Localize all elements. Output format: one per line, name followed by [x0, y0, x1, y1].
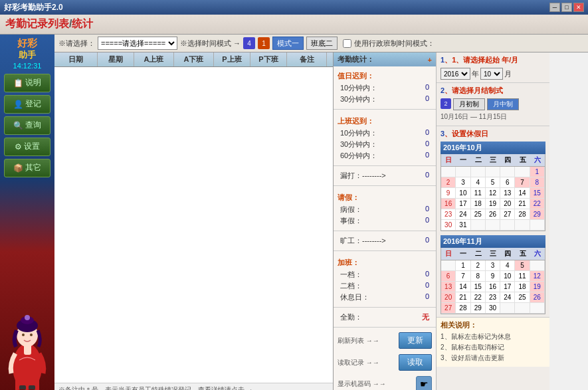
calendar-cell[interactable]: 13 — [441, 282, 456, 292]
calendar-cell[interactable]: 12 — [530, 271, 545, 282]
calendar-cell[interactable]: 4 — [471, 177, 486, 188]
shift-late-60-row: 60分钟内： 0 — [338, 150, 432, 161]
refresh-btn[interactable]: 更新 — [399, 332, 432, 349]
table-body — [54, 67, 333, 383]
nav-btn-description[interactable]: 📋 说明 — [4, 74, 50, 92]
nav-btn-register[interactable]: 👤 登记 — [4, 95, 50, 114]
nov-calendar-grid[interactable]: 日一二三四五六123456789101112131415161718192021… — [441, 248, 545, 314]
calendar-cell[interactable]: 30 — [441, 220, 456, 231]
calendar-cell[interactable]: 8 — [530, 177, 545, 188]
calendar-cell[interactable]: 26 — [530, 292, 545, 303]
stats-panel: 考勤统计： + 值日迟到： 10分钟内： 0 30分钟内： 0 — [334, 52, 437, 390]
calendar-cell[interactable]: 8 — [471, 271, 486, 282]
calendar-cell[interactable]: 23 — [441, 209, 456, 220]
calendar-cell[interactable]: 12 — [486, 188, 500, 199]
calendar-cell[interactable]: 16 — [486, 282, 500, 292]
calendar-cell[interactable]: 27 — [441, 303, 456, 314]
calendar-cell[interactable]: 19 — [530, 282, 545, 292]
calendar-cell[interactable]: 29 — [471, 303, 486, 314]
stats-plus-btn[interactable]: + — [428, 56, 432, 64]
calendar-cell[interactable]: 10 — [456, 188, 470, 199]
calendar-cell — [530, 303, 545, 314]
calendar-cell[interactable]: 7 — [456, 271, 470, 282]
calendar-cell[interactable]: 31 — [456, 220, 470, 231]
late-10-row: 10分钟内： 0 — [338, 82, 432, 94]
calendar-cell[interactable]: 6 — [500, 177, 515, 188]
calendar-cell[interactable]: 17 — [500, 282, 515, 292]
calendar-cell[interactable]: 3 — [486, 260, 500, 271]
calendar-cell[interactable]: 1 — [456, 260, 470, 271]
info-section: 相关说明： 1、鼠标左击标记为休息 2、鼠标右击取消标记 3、设好后请点击更新 — [437, 318, 549, 367]
calendar-cell[interactable]: 25 — [471, 209, 486, 220]
calendar-cell[interactable]: 26 — [486, 209, 500, 220]
calendar-cell[interactable]: 30 — [486, 303, 500, 314]
calendar-cell[interactable]: 20 — [441, 292, 456, 303]
calendar-cell[interactable]: 2 — [441, 177, 456, 188]
calendar-cell[interactable]: 7 — [515, 177, 530, 188]
month-label: 月 — [504, 69, 512, 79]
calendar-cell[interactable]: 18 — [471, 199, 486, 209]
calendar-cell[interactable]: 14 — [515, 188, 530, 199]
calendar-cell[interactable]: 15 — [471, 282, 486, 292]
mode-btn-1[interactable]: 模式一 — [272, 37, 304, 50]
calendar-cell[interactable]: 19 — [486, 199, 500, 209]
calendar-cell — [500, 303, 515, 314]
nav-btn-query[interactable]: 🔍 查询 — [4, 116, 50, 135]
admin-mode-checkbox[interactable] — [343, 39, 351, 48]
minimize-btn[interactable]: ─ — [549, 3, 560, 12]
oct-calendar-grid[interactable]: 日一二三四五六123456789101112131415161718192021… — [441, 154, 545, 231]
mode-btn-2[interactable]: 班底二 — [306, 37, 338, 50]
calendar-cell[interactable]: 21 — [456, 292, 470, 303]
maximize-btn[interactable]: □ — [561, 3, 572, 12]
calendar-cell[interactable]: 17 — [456, 199, 470, 209]
calendar-cell[interactable]: 29 — [530, 209, 545, 220]
close-btn[interactable]: ✕ — [573, 3, 584, 12]
overtime-title: 加班： — [338, 258, 432, 268]
calendar-cell[interactable]: 23 — [486, 292, 500, 303]
calendar-cell[interactable]: 24 — [500, 292, 515, 303]
fingerprint-icon[interactable]: ☛ — [416, 376, 432, 390]
calendar-cell[interactable]: 28 — [515, 209, 530, 220]
calendar-cell[interactable]: 11 — [515, 271, 530, 282]
read-btn[interactable]: 读取 — [399, 354, 432, 371]
calendar-cell[interactable]: 3 — [456, 177, 470, 188]
calendar-cell[interactable]: 4 — [500, 260, 515, 271]
calendar-cell[interactable]: 28 — [456, 303, 470, 314]
calendar-cell[interactable]: 22 — [471, 292, 486, 303]
calendar-cell — [486, 220, 500, 231]
calendar-cell[interactable]: 9 — [441, 188, 456, 199]
calendar-day-header: 二 — [471, 154, 486, 167]
year-select[interactable]: 2014 2015 2016 2017 — [441, 68, 470, 80]
calendar-cell[interactable]: 13 — [500, 188, 515, 199]
calendar-cell[interactable]: 20 — [500, 199, 515, 209]
early-month-btn[interactable]: 月初制 — [453, 98, 485, 110]
calendar-cell[interactable]: 1 — [530, 167, 545, 177]
calendar-cell[interactable]: 16 — [441, 199, 456, 209]
calendar-cell[interactable]: 2 — [471, 260, 486, 271]
calendar-cell[interactable]: 22 — [530, 199, 545, 209]
calendar-cell[interactable]: 18 — [515, 282, 530, 292]
calendar-cell[interactable]: 14 — [456, 282, 470, 292]
calendar-cell[interactable]: 10 — [500, 271, 515, 282]
info-item-2: 2、鼠标右击取消标记 — [441, 343, 545, 352]
calendar-cell — [515, 220, 530, 231]
nav-btn-settings[interactable]: ⚙ 设置 — [4, 138, 50, 156]
calendar-cell[interactable]: 11 — [471, 188, 486, 199]
month-select[interactable]: 1234 5678 9101112 — [480, 68, 503, 80]
calendar-cell[interactable]: 5 — [486, 177, 500, 188]
employee-select[interactable]: =====请选择===== — [98, 37, 177, 50]
calendar-cell[interactable]: 21 — [515, 199, 530, 209]
calendar-cell[interactable]: 27 — [500, 209, 515, 220]
calendar-cell[interactable]: 25 — [515, 292, 530, 303]
mid-month-btn[interactable]: 月中制 — [487, 98, 519, 110]
nav-btn-other[interactable]: 📦 其它 — [4, 159, 50, 177]
calendar-cell[interactable]: 5 — [515, 260, 530, 271]
admin-mode-label: 使用行政班制时间模式： — [354, 39, 435, 49]
right-panel: 1、1、请选择起始 年/月 2014 2015 2016 2017 年 1234… — [437, 52, 549, 390]
calendar-cell[interactable]: 9 — [486, 271, 500, 282]
toolbar: ※请选择： =====请选择===== ※选择时间模式 → 4 1 模式一 班底… — [54, 35, 588, 52]
calendar-cell[interactable]: 15 — [530, 188, 545, 199]
calendar-cell[interactable]: 6 — [441, 271, 456, 282]
calendar-cell[interactable]: 24 — [456, 209, 470, 220]
stats-late-shift: 上班迟到： 10分钟内： 0 30分钟内： 0 60分钟内： 0 — [334, 112, 436, 163]
